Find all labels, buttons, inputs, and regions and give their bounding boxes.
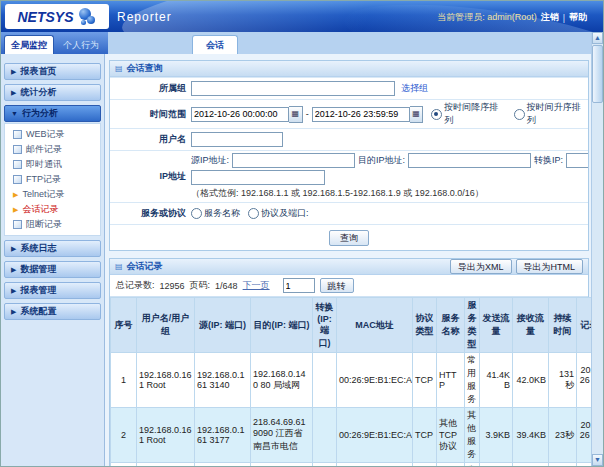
page-icon [13, 175, 22, 184]
col-duration: 持续时间 [549, 298, 577, 353]
sidebar-item-system-config[interactable]: ▶系统配置 [4, 303, 101, 320]
logout-link[interactable]: 注销 [541, 11, 559, 24]
nav-row: 全局监控 个人行为 会话 [1, 32, 603, 54]
product-name: Reporter [117, 10, 172, 24]
scroll-up-icon[interactable]: ▲ [592, 32, 603, 44]
group-row: 所属组 选择组 [110, 77, 588, 99]
sort-asc-radio[interactable] [514, 109, 525, 120]
page-icon [13, 130, 22, 139]
cell-service-type: 其他服务 [465, 408, 480, 463]
dst-ip-label: 目的IP地址: [358, 154, 405, 167]
service-label: 服务或协议 [110, 207, 191, 220]
help-link[interactable]: 帮助 [569, 11, 587, 24]
tab-session[interactable]: 会话 [192, 35, 238, 54]
service-row: 服务或协议 服务名称 协议及端口: [110, 202, 588, 224]
cell-service-type: 常用服务 [465, 353, 480, 408]
calendar-button[interactable]: ▦ [289, 106, 303, 123]
sidebar-item-statistics[interactable]: ▶统计分析 [4, 84, 101, 101]
vertical-scrollbar[interactable]: ▲ ▼ [591, 32, 603, 466]
arrow-right-icon: ▶ [13, 206, 18, 214]
submenu-item-ftp-records[interactable]: FTP记录 [13, 172, 100, 187]
records-panel-title: 会话记录 [127, 260, 163, 273]
time-separator: - [306, 109, 309, 119]
arrow-right-icon: ▶ [11, 68, 16, 76]
protocol-port-radio[interactable] [248, 208, 259, 219]
sidebar: ▶报表首页 ▶统计分析 ▼行为分析 WEB记录 邮件记录 即时通讯 FTP记录 … [1, 54, 105, 467]
jump-page-input[interactable] [283, 278, 315, 293]
cell-duration: 131秒 [549, 353, 577, 408]
submenu-item-block-records[interactable]: 阻断记录 [13, 217, 100, 232]
ip-line-1: 源IP地址: 目的IP地址: 转换IP: [191, 153, 588, 168]
col-sent: 发送流量 [480, 298, 513, 353]
cell-no: 3 [111, 463, 137, 467]
submenu-item-im-records[interactable]: 即时通讯 [13, 157, 100, 172]
sidebar-item-data-management[interactable]: ▶数据管理 [4, 261, 101, 278]
cell-src: 192.168.0.161 3177 [195, 408, 251, 463]
session-query-panel: ▤ 会话查询 所属组 选择组 时间范围 ▦ - ▦ 按时间降序排列 [109, 60, 589, 251]
tab-global-monitor[interactable]: 全局监控 [4, 35, 54, 54]
behavior-submenu: WEB记录 邮件记录 即时通讯 FTP记录 ▶Telnet记录 ▶会话记录 阻断… [4, 123, 101, 236]
cell-dst: 218.64.69.61 9090 江西省南昌市电信 [251, 408, 313, 463]
cell-user: 192.168.0.161 Root [137, 463, 195, 467]
cell-recv: 39.4KB [513, 408, 549, 463]
ip-format-hint: （格式范例: 192.168.1.1 或 192.168.1.5-192.168… [191, 187, 588, 200]
page-icon [13, 160, 22, 169]
time-from-input[interactable] [191, 107, 289, 122]
sort-asc-label: 按时间升序排列 [527, 101, 588, 127]
export-xml-button[interactable]: 导出为XML [450, 259, 512, 274]
sidebar-item-system-logs[interactable]: ▶系统日志 [4, 240, 101, 257]
submenu-item-session-records[interactable]: ▶会话记录 [13, 202, 100, 217]
sidebar-item-report-home[interactable]: ▶报表首页 [4, 63, 101, 80]
select-group-link[interactable]: 选择组 [401, 82, 428, 95]
src-ip-input[interactable] [232, 153, 355, 168]
arrow-right-icon: ▶ [13, 191, 18, 199]
arrow-right-icon: ▶ [11, 266, 16, 274]
cell-nat [313, 408, 337, 463]
sidebar-item-behavior-analysis[interactable]: ▼行为分析 [4, 105, 101, 122]
col-user: 用户名/用户组 [137, 298, 195, 353]
next-page-link[interactable]: 下一页 [243, 279, 270, 292]
table-row: 1 192.168.0.161 Root 192.168.0.161 3140 … [111, 353, 594, 408]
submenu-item-telnet-records[interactable]: ▶Telnet记录 [13, 187, 100, 202]
cell-user: 192.168.0.161 Root [137, 353, 195, 408]
arrow-down-icon: ▼ [11, 110, 18, 117]
page-label: 页码: [190, 279, 211, 292]
app-window: NETSYS Reporter 当前管理员: admin(Root) 注销 | … [0, 0, 604, 467]
query-panel-header: ▤ 会话查询 [110, 61, 588, 77]
service-name-radio[interactable] [191, 208, 202, 219]
current-admin-label: 当前管理员: admin(Root) [437, 11, 537, 24]
username-label: 用户名 [110, 133, 191, 146]
sort-desc-radio[interactable] [431, 109, 442, 120]
cell-no: 1 [111, 353, 137, 408]
scrollbar-thumb[interactable] [592, 45, 603, 103]
tab-personal-behavior[interactable]: 个人行为 [57, 36, 105, 54]
table-row: 2 192.168.0.161 Root 192.168.0.161 3177 … [111, 408, 594, 463]
cell-nat [313, 463, 337, 467]
src-ip-label: 源IP地址: [191, 154, 229, 167]
cell-nat [313, 353, 337, 408]
dst-ip-input[interactable] [408, 153, 531, 168]
cell-proto: TCP [413, 353, 437, 408]
submenu-item-mail-records[interactable]: 邮件记录 [13, 142, 100, 157]
search-button[interactable]: 查询 [329, 230, 369, 246]
submenu-item-web-records[interactable]: WEB记录 [13, 127, 100, 142]
calendar-button[interactable]: ▦ [410, 106, 424, 123]
scroll-down-icon[interactable]: ▼ [592, 454, 603, 466]
time-to-input[interactable] [312, 107, 410, 122]
body: ▶报表首页 ▶统计分析 ▼行为分析 WEB记录 邮件记录 即时通讯 FTP记录 … [1, 54, 593, 467]
link-separator: | [563, 13, 565, 23]
arrow-right-icon: ▶ [11, 287, 16, 295]
cell-duration: 118秒 [549, 463, 577, 467]
jump-button[interactable]: 跳转 [320, 278, 354, 293]
export-html-button[interactable]: 导出为HTML [516, 259, 584, 274]
col-src: 源(IP: 端口) [195, 298, 251, 353]
query-panel-title: 会话查询 [127, 62, 163, 75]
username-input[interactable] [191, 132, 283, 147]
sidebar-item-report-management[interactable]: ▶报表管理 [4, 282, 101, 299]
ip-extra-input[interactable] [191, 170, 325, 185]
page-icon [13, 220, 22, 229]
arrow-right-icon: ▶ [11, 308, 16, 316]
page-tab-strip: 会话 [108, 32, 603, 54]
nat-ip-input[interactable] [566, 153, 588, 168]
group-input[interactable] [191, 81, 395, 96]
